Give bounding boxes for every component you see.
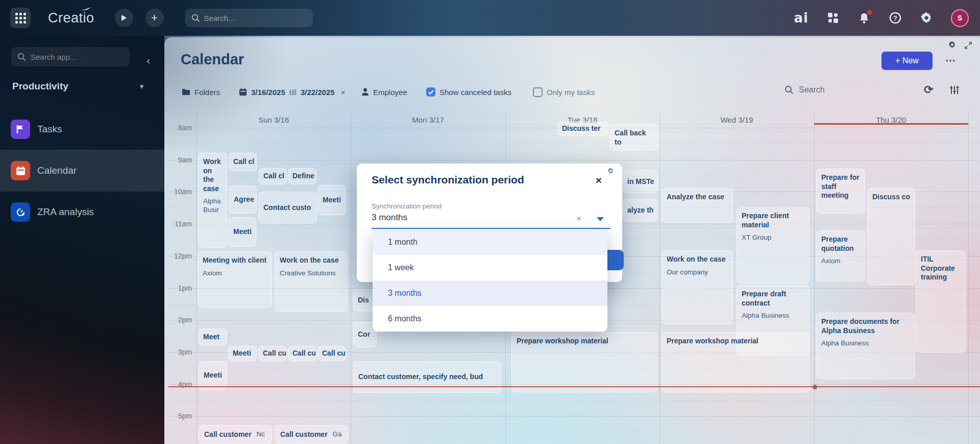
calendar-event[interactable]: Prepare documents for Alpha BusinessAlph… [816, 313, 915, 379]
dropdown-option-1-week[interactable]: 1 week [373, 255, 607, 281]
workspace-selector[interactable]: Productivity ▼ [12, 81, 152, 92]
settings-button[interactable] [920, 11, 933, 25]
event-title: Meeti [233, 227, 252, 237]
calendar-event[interactable]: Analyze the case [662, 188, 733, 223]
modal-close-button[interactable]: × [596, 174, 602, 186]
calendar-event[interactable]: Work on the caseCreative Solutions [275, 251, 348, 312]
show-canceled-checkbox[interactable]: Show canceled tasks [426, 85, 511, 99]
event-subtitle: Alpha Business [821, 339, 910, 348]
calendar-event[interactable]: Call customerGa [275, 425, 348, 444]
dropdown-option-6-months[interactable]: 6 months [373, 306, 607, 332]
calendar-event[interactable]: Meeting with clientAxiom [198, 251, 272, 308]
calendar-icon [239, 88, 247, 96]
event-subtitle: XT Group [742, 233, 804, 242]
calendar-event[interactable]: Prepare workshop material [511, 332, 657, 392]
calendar-event[interactable]: Work on the caseOur company [662, 250, 733, 324]
event-title: alyze th [627, 206, 653, 215]
calendar-event[interactable]: Call back to [609, 124, 659, 151]
sidebar-item-zra-analysis[interactable]: ZRA analysis [0, 191, 164, 233]
sync-period-field-label: Synchronization period [372, 202, 442, 210]
calendar-event[interactable]: ITIL Corporate training [916, 250, 966, 353]
calendar-event[interactable]: Call cl [229, 153, 257, 171]
calendar-event[interactable]: Meeti [228, 217, 256, 247]
calendar-event[interactable]: in MSTe [622, 170, 658, 193]
sidebar-item-calendar[interactable]: Calendar [0, 150, 164, 192]
only-my-tasks-checkbox[interactable]: Only my tasks [533, 85, 595, 99]
notifications-button[interactable] [857, 11, 871, 25]
time-label: 11am [164, 220, 192, 228]
event-title: Meeti [323, 196, 341, 205]
grid-halfhour-line [168, 400, 980, 401]
calendar-event[interactable]: Discuss co [867, 188, 915, 285]
calendar-event[interactable]: Meeti [228, 346, 257, 361]
calendar-event[interactable]: Meet [199, 329, 227, 345]
play-button[interactable] [115, 9, 133, 27]
event-title: Meeting with client [203, 256, 267, 265]
employee-filter[interactable]: Employee [361, 85, 407, 99]
sync-period-field-value[interactable]: 3 months [372, 213, 407, 223]
folders-filter[interactable]: Folders [182, 85, 220, 99]
dropdown-option-3-months[interactable]: 3 months [373, 281, 607, 306]
calendar-event[interactable]: Meeti [199, 361, 227, 390]
sidebar-collapse-button[interactable]: ‹ [146, 55, 150, 65]
time-label: 5pm [164, 412, 192, 420]
calendar-event[interactable]: Call cu [258, 346, 287, 361]
calendar-event[interactable]: Prepare for staff meeting [816, 169, 865, 214]
event-title: Contact customer, specify need, bud [358, 372, 483, 382]
global-search-input[interactable]: Search... [185, 9, 313, 27]
event-title: in MSTe [627, 177, 654, 186]
calendar-event[interactable]: Prepare client materialXT Group [737, 207, 810, 284]
logo-swoosh-icon [80, 7, 93, 12]
calendar-event[interactable]: Meeti [317, 185, 346, 215]
search-placeholder: Search... [204, 14, 235, 22]
dropdown-option-1-month[interactable]: 1 month [373, 229, 607, 255]
calendar-event[interactable]: Discuss ter [557, 122, 608, 136]
clear-field-icon[interactable]: × [576, 214, 581, 224]
modal-settings-button[interactable] [607, 167, 614, 176]
view-settings-button[interactable] [949, 85, 960, 97]
help-button[interactable]: ? [889, 11, 902, 25]
calendar-search[interactable]: Search [785, 85, 825, 95]
ai-assistant-button[interactable]: ai [794, 10, 808, 26]
checkbox-unchecked-icon [533, 87, 543, 97]
app-search-input[interactable]: Search app... [11, 47, 130, 66]
clear-date-icon[interactable]: × [341, 88, 346, 97]
dropdown-caret-icon[interactable] [597, 217, 604, 221]
calendar-event[interactable]: Define [288, 168, 316, 184]
calendar-event[interactable]: Call cu [288, 346, 316, 361]
calendar-event[interactable]: alyze th [622, 199, 658, 221]
more-menu-button[interactable]: ⋯ [945, 54, 957, 66]
event-title: ITIL Corporate training [921, 255, 961, 282]
calendar-event[interactable]: Prepare quotationAxiom [816, 230, 865, 282]
calendar-event[interactable]: Agree [229, 185, 257, 214]
date-range-filter[interactable]: 3/16/2025 till 3/22/2025 × [239, 85, 345, 99]
new-button[interactable]: + New [881, 52, 933, 70]
event-title: Work on the case [280, 256, 342, 265]
calendar-event[interactable]: Call cl [259, 168, 287, 184]
user-avatar[interactable]: S [951, 9, 969, 27]
event-subtitle: Alpha Business [742, 312, 804, 320]
calendar-event[interactable]: Call cu [317, 346, 346, 361]
sidebar-item-tasks[interactable]: Tasks [0, 108, 164, 150]
page-settings-button[interactable] [948, 41, 956, 51]
event-title: Call cl [263, 172, 284, 181]
marketplace-button[interactable] [826, 11, 840, 25]
calendar-event[interactable]: Contact custo [258, 192, 317, 224]
creatio-logo[interactable]: Creatio [48, 10, 94, 26]
gauge-icon [11, 202, 30, 222]
person-icon [361, 88, 369, 96]
time-label: 2pm [164, 316, 192, 324]
app-grid-button[interactable] [10, 8, 31, 28]
calendar-event[interactable]: Call customerNc [199, 425, 272, 444]
event-title: Cor [358, 330, 370, 339]
time-label: 10am [164, 188, 192, 196]
refresh-button[interactable]: ⟳ [924, 83, 933, 97]
calendar-event[interactable]: Prepare workshop material [662, 332, 810, 392]
calendar-event[interactable]: Work on the caseAlpha Busir [198, 153, 227, 248]
calendar-event[interactable]: Contact customer, specify need, bud [353, 361, 501, 393]
event-title: Call cl [233, 157, 254, 167]
expand-button[interactable] [965, 42, 972, 51]
employee-label: Employee [373, 88, 407, 97]
add-button[interactable]: + [145, 9, 164, 27]
event-subtitle: Ga [333, 430, 342, 439]
